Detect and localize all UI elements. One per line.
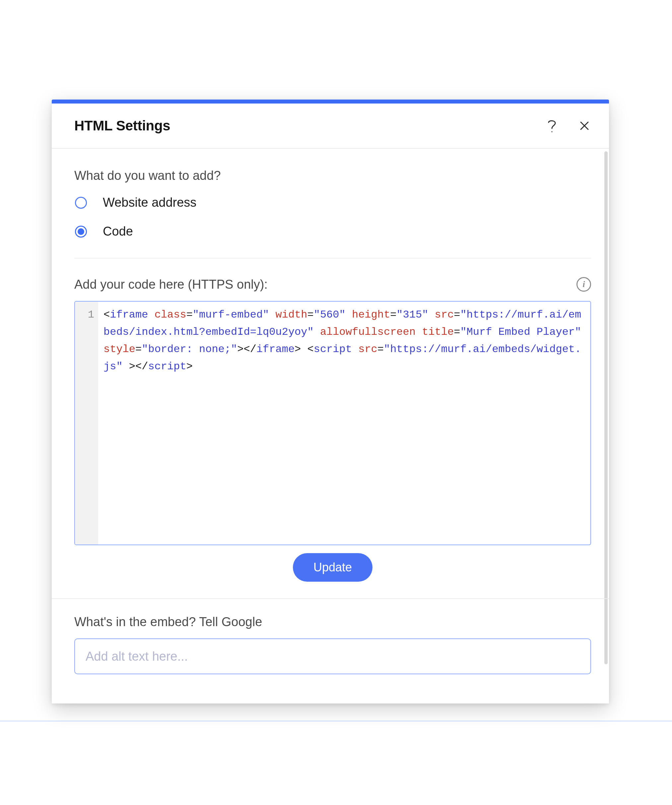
scrollbar-vertical[interactable] xyxy=(604,151,608,664)
code-gutter: 1 xyxy=(75,302,98,544)
svg-point-0 xyxy=(551,131,552,132)
section-divider xyxy=(52,598,609,599)
modal-scroll-region: What do you want to add? Website address… xyxy=(52,149,604,703)
modal-accent-bar xyxy=(52,100,609,104)
add-type-radio-group: Website address Code xyxy=(74,196,591,238)
add-type-prompt: What do you want to add? xyxy=(74,169,591,183)
header-icons xyxy=(545,118,592,133)
code-section-label: Add your code here (HTTPS only): xyxy=(74,278,577,292)
radio-icon xyxy=(75,197,87,209)
info-icon[interactable]: i xyxy=(577,277,591,292)
radio-code[interactable]: Code xyxy=(75,224,591,238)
modal-title: HTML Settings xyxy=(74,118,545,134)
radio-website-address[interactable]: Website address xyxy=(75,196,591,210)
modal-body: What do you want to add? Website address… xyxy=(52,149,609,703)
page-horizontal-line xyxy=(0,721,672,721)
code-content[interactable]: <iframe class="murf-embed" width="560" h… xyxy=(98,302,590,544)
update-button[interactable]: Update xyxy=(293,553,372,582)
radio-label: Code xyxy=(103,224,133,238)
help-icon[interactable] xyxy=(545,118,559,133)
alt-text-label: What's in the embed? Tell Google xyxy=(74,615,591,629)
code-label-row: Add your code here (HTTPS only): i xyxy=(74,277,591,292)
divider xyxy=(74,258,591,258)
update-row: Update xyxy=(74,545,591,598)
radio-icon xyxy=(75,226,87,238)
alt-text-input[interactable] xyxy=(74,638,591,674)
html-settings-modal: HTML Settings What do you want to add? xyxy=(52,100,609,703)
modal-header: HTML Settings xyxy=(52,104,609,149)
close-icon[interactable] xyxy=(577,118,592,133)
radio-label: Website address xyxy=(103,196,197,210)
code-editor[interactable]: 1 <iframe class="murf-embed" width="560"… xyxy=(74,301,591,545)
radio-selected-dot xyxy=(78,228,84,235)
line-number: 1 xyxy=(75,306,98,324)
